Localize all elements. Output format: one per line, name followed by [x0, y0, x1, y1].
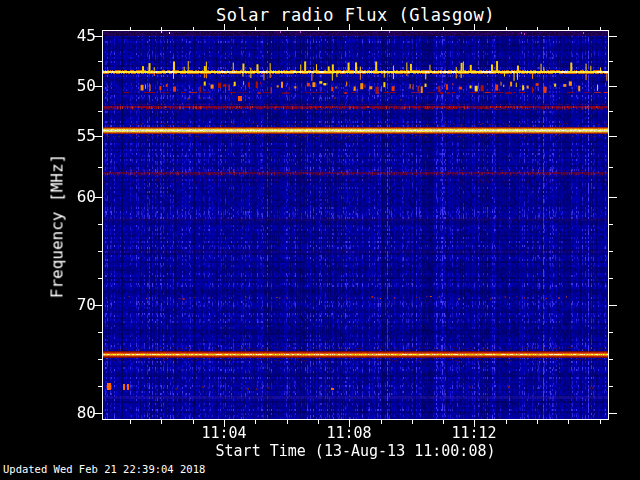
- x-major-tick-top: [474, 24, 475, 31]
- x-minor-tick-top: [287, 27, 288, 31]
- y-major-tick-right: [608, 36, 617, 37]
- y-minor-tick-right: [608, 332, 613, 333]
- y-minor-tick-left: [98, 332, 103, 333]
- x-major-tick-top: [224, 24, 225, 31]
- y-minor-tick-left: [98, 251, 103, 252]
- x-minor-tick-top: [568, 27, 569, 31]
- x-minor-tick-bottom: [193, 420, 194, 424]
- x-minor-tick-top: [130, 27, 131, 31]
- y-tick-label: 80: [48, 403, 96, 422]
- y-minor-tick-right: [608, 167, 613, 168]
- x-tick-label: 11:04: [194, 424, 254, 442]
- x-minor-tick-top: [506, 27, 507, 31]
- y-major-tick-right: [608, 136, 617, 137]
- x-minor-tick-top: [600, 27, 601, 31]
- x-minor-tick-top: [255, 27, 256, 31]
- x-minor-tick-bottom: [412, 420, 413, 424]
- y-minor-tick-left: [98, 386, 103, 387]
- x-minor-tick-top: [412, 27, 413, 31]
- x-minor-tick-bottom: [537, 420, 538, 424]
- x-minor-tick-bottom: [381, 420, 382, 424]
- x-minor-tick-bottom: [600, 420, 601, 424]
- x-minor-tick-bottom: [255, 420, 256, 424]
- y-minor-tick-left: [98, 111, 103, 112]
- x-minor-tick-bottom: [287, 420, 288, 424]
- y-tick-label: 45: [48, 26, 96, 45]
- x-minor-tick-top: [161, 27, 162, 31]
- spectrogram-page: Solar radio Flux (Glasgow) 4550556070801…: [0, 0, 640, 480]
- x-minor-tick-bottom: [161, 420, 162, 424]
- spectrogram-canvas: [103, 31, 608, 419]
- x-minor-tick-top: [193, 27, 194, 31]
- x-minor-tick-bottom: [130, 420, 131, 424]
- y-minor-tick-right: [608, 224, 613, 225]
- y-minor-tick-right: [608, 278, 613, 279]
- x-tick-label: 11:08: [319, 424, 379, 442]
- y-minor-tick-left: [98, 167, 103, 168]
- x-minor-tick-top: [381, 27, 382, 31]
- y-tick-label: 55: [48, 126, 96, 145]
- chart-title: Solar radio Flux (Glasgow): [103, 5, 608, 25]
- x-minor-tick-top: [537, 27, 538, 31]
- y-major-tick-right: [608, 197, 617, 198]
- x-axis-title: Start Time (13-Aug-13 11:00:08): [103, 442, 608, 460]
- y-minor-tick-left: [98, 224, 103, 225]
- x-minor-tick-bottom: [568, 420, 569, 424]
- x-major-tick-top: [349, 24, 350, 31]
- y-tick-label: 50: [48, 76, 96, 95]
- x-minor-tick-top: [443, 27, 444, 31]
- y-minor-tick-right: [608, 111, 613, 112]
- y-minor-tick-left: [98, 278, 103, 279]
- x-minor-tick-bottom: [506, 420, 507, 424]
- x-minor-tick-bottom: [443, 420, 444, 424]
- update-timestamp: Updated Wed Feb 21 22:39:04 2018: [3, 463, 205, 475]
- y-axis-title: Frequency [MHz]: [48, 154, 67, 299]
- x-minor-tick-bottom: [318, 420, 319, 424]
- y-minor-tick-right: [608, 359, 613, 360]
- y-minor-tick-right: [608, 386, 613, 387]
- x-minor-tick-top: [318, 27, 319, 31]
- y-minor-tick-left: [98, 359, 103, 360]
- plot-area: [103, 31, 608, 419]
- y-minor-tick-right: [608, 251, 613, 252]
- y-major-tick-right: [608, 86, 617, 87]
- y-minor-tick-left: [98, 61, 103, 62]
- y-minor-tick-right: [608, 61, 613, 62]
- y-major-tick-right: [608, 413, 617, 414]
- x-tick-label: 11:12: [444, 424, 504, 442]
- y-major-tick-right: [608, 305, 617, 306]
